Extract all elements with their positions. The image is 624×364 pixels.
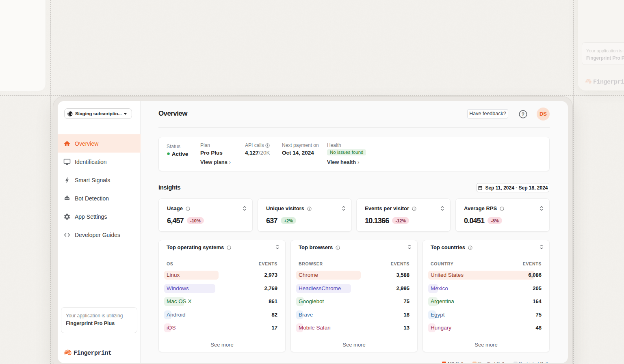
svg-text:?: ? (522, 112, 524, 117)
